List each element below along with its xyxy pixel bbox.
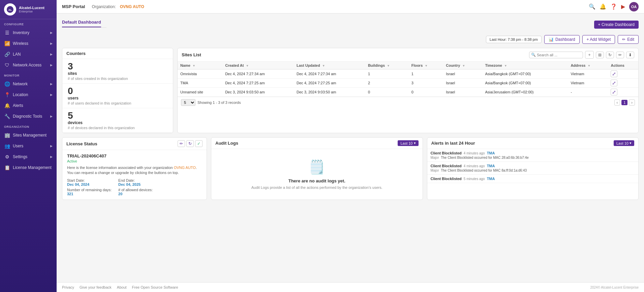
footer-copyright: 2024© Alcatel-Lucent Enterprise	[590, 286, 639, 289]
sites-search-input[interactable]	[529, 52, 583, 58]
sidebar-item-lan[interactable]: 🔗 LAN ▶	[0, 49, 57, 60]
col-floors[interactable]: Floors ▼	[409, 62, 443, 69]
alert-body: Major The Client Blocklisted occurred fo…	[431, 169, 635, 172]
col-country[interactable]: Country ▼	[443, 62, 482, 69]
dashboard-grid: Counters 3 sites # of sites created in t…	[62, 48, 639, 200]
org-label: Organization:	[92, 4, 116, 9]
next-page-button[interactable]: ›	[629, 99, 635, 106]
alert-client: Client Blocklisted	[431, 177, 462, 181]
expand-icon[interactable]: ⤢	[611, 89, 617, 95]
sidebar-item-label: Network Access	[13, 63, 41, 67]
notifications-icon[interactable]: 🔔	[600, 3, 606, 10]
list-item: Client Blocklisted 4 minutes ago TMA Maj…	[427, 149, 639, 162]
footer-feedback-link[interactable]: Give your feedback	[80, 285, 112, 289]
edit-license-button[interactable]: ✏	[178, 140, 185, 147]
sidebar-item-label: Location	[13, 92, 28, 97]
license-header: License Status ✏ ↻ ✓	[62, 138, 207, 150]
audit-empty-state: 🗒️ There are no audit logs yet. Audit Lo…	[211, 149, 423, 200]
dashboard-row-2: License Status ✏ ↻ ✓ TRIAL-202406C407 Ac…	[62, 137, 639, 200]
col-address[interactable]: Address ▼	[568, 62, 608, 69]
alert-org[interactable]: TMA	[487, 164, 495, 168]
action-bar: Last Hour: 7:38 pm - 8:38 pm 📊 Dashboard…	[62, 35, 639, 44]
counter-users: 0 users # of users declared in this orga…	[62, 84, 173, 108]
alert-org[interactable]: TMA	[487, 151, 495, 155]
sidebar-item-license-management[interactable]: 📋 License Management	[0, 162, 57, 173]
alert-org[interactable]: TMA	[487, 177, 495, 181]
section-monitor: MONITOR	[0, 70, 57, 79]
wireless-icon: 📶	[4, 41, 10, 46]
expand-icon[interactable]: ⤢	[611, 80, 617, 86]
diagnostic-icon: 🔧	[4, 114, 10, 119]
shield-icon: 🛡	[4, 62, 10, 68]
sidebar-item-sites-management[interactable]: 🏢 Sites Management	[0, 130, 57, 141]
license-body: TRIAL-202406C407 Active Here is the lice…	[62, 150, 207, 199]
sidebar-item-alerts[interactable]: 🔔 Alerts	[0, 100, 57, 111]
media-icon[interactable]: ▶	[621, 3, 625, 10]
footer-about-link[interactable]: About	[117, 285, 127, 289]
license-start-value: Dec 04, 2024	[67, 182, 112, 186]
sidebar-item-location[interactable]: 📍 Location ▶	[0, 89, 57, 100]
approve-license-button[interactable]: ✓	[195, 140, 203, 147]
edit-button[interactable]: ✏ Edit	[618, 35, 639, 44]
col-name[interactable]: Name ▼	[178, 62, 222, 69]
chevron-right-icon: ▶	[50, 63, 53, 67]
avatar[interactable]: OA	[629, 2, 639, 11]
license-icon: 📋	[4, 165, 10, 170]
counter-devices: 5 devices # of devices declared in this …	[62, 108, 173, 133]
col-buildings[interactable]: Buildings ▼	[365, 62, 409, 69]
add-icon-btn[interactable]: ＋	[585, 51, 594, 59]
license-start-date: Start Date:	[67, 178, 112, 182]
sidebar-item-label: Diagnostic Tools	[13, 114, 42, 119]
sidebar-item-inventory[interactable]: ☰ Inventory ▶	[0, 27, 57, 38]
refresh-license-button[interactable]: ↻	[186, 140, 194, 147]
alert-time: 4 minutes ago	[464, 151, 485, 155]
license-desc: Here is the license information associat…	[67, 165, 202, 176]
sidebar-item-users[interactable]: 👥 Users ▶	[0, 141, 57, 151]
help-icon[interactable]: ❓	[610, 3, 617, 10]
sidebar-item-settings[interactable]: ⚙ Settings ▶	[0, 151, 57, 162]
org-name[interactable]: OVNG AUTO	[120, 4, 144, 9]
create-dashboard-button[interactable]: + Create Dashboard	[594, 21, 639, 29]
sidebar-item-network-access[interactable]: 🛡 Network Access ▶	[0, 60, 57, 70]
edit-icon: ✏	[622, 37, 625, 42]
license-allowed-value: 20	[118, 192, 153, 196]
refresh-icon-btn[interactable]: ↻	[606, 52, 614, 58]
prev-page-button[interactable]: ‹	[614, 99, 620, 106]
license-end-date: End Date:	[118, 178, 153, 182]
sites-table: Name ▼ Created At ▼ Last Updated ▼ Build…	[178, 62, 638, 97]
footer-privacy-link[interactable]: Privacy	[62, 285, 74, 289]
current-page[interactable]: 1	[621, 100, 627, 105]
col-last-updated[interactable]: Last Updated ▼	[294, 62, 365, 69]
chevron-right-icon: ▶	[50, 31, 53, 34]
chevron-right-icon: ▶	[50, 144, 53, 148]
audit-last-n-button[interactable]: Last 10 ▾	[398, 140, 418, 146]
search-icon[interactable]: 🔍	[589, 3, 595, 10]
sidebar-item-wireless[interactable]: 📶 Wireless ▶	[0, 38, 57, 49]
dashboard-icon: 📊	[549, 37, 554, 42]
edit-icon-btn[interactable]: ✏	[616, 52, 624, 58]
sidebar-item-diagnostic-tools[interactable]: 🔧 Diagnostic Tools ▶	[0, 111, 57, 122]
dashboard-button[interactable]: 📊 Dashboard	[544, 35, 580, 44]
license-widget: License Status ✏ ↻ ✓ TRIAL-202406C407 Ac…	[62, 137, 207, 200]
license-id: TRIAL-202406C407	[67, 153, 202, 158]
audit-logs-widget: Audit Logs Last 10 ▾ 🗒️ There are no aud…	[211, 137, 423, 200]
time-range-selector[interactable]: Last Hour: 7:38 pm - 8:38 pm	[486, 36, 542, 43]
expand-icon[interactable]: ⤢	[611, 70, 617, 77]
download-icon-btn[interactable]: ⬇	[626, 52, 634, 58]
grid-icon-btn[interactable]: ⊞	[596, 52, 604, 58]
sidebar-item-network[interactable]: 🌐 Network ▶	[0, 79, 57, 89]
audit-empty-desc: Audit Logs provide a list of all the act…	[251, 185, 382, 189]
footer-foss-link[interactable]: Free Open Source Software	[132, 285, 178, 289]
chevron-right-icon: ▶	[50, 93, 53, 96]
sidebar-item-label: LAN	[13, 52, 21, 57]
add-widget-button[interactable]: + Add Widget	[582, 35, 615, 44]
col-created-at[interactable]: Created At ▼	[222, 62, 294, 69]
license-allowed: # of allowed devices:	[118, 188, 153, 192]
col-timezone[interactable]: Timezone ▼	[482, 62, 568, 69]
page-size-select[interactable]: 5 10 25	[181, 99, 195, 106]
alert-body: Major The Client Blocklisted occurred fo…	[431, 156, 635, 159]
section-organization: ORGANIZATION	[0, 122, 57, 130]
alerts-last-n-button[interactable]: Last 10 ▾	[614, 140, 634, 146]
tab-default-dashboard[interactable]: Default Dashboard	[62, 18, 101, 27]
license-org-link[interactable]: OVNG AUTO	[174, 166, 196, 170]
